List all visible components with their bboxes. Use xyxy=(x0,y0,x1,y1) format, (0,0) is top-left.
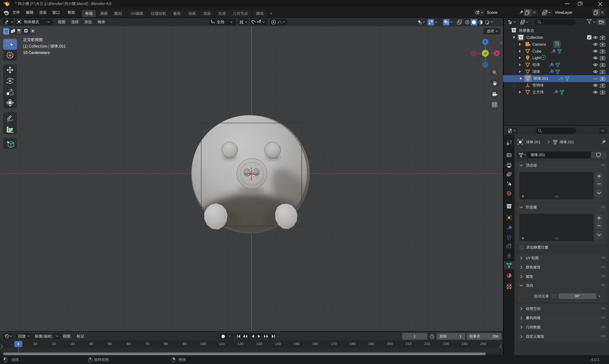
svg-text:Collection: Collection xyxy=(526,36,543,39)
svg-text:1: 1 xyxy=(17,342,20,346)
svg-text:110: 110 xyxy=(219,342,225,346)
svg-text:30: 30 xyxy=(71,342,75,346)
svg-text:Light: Light xyxy=(532,56,541,60)
svg-text:180: 180 xyxy=(350,342,355,346)
svg-text:170: 170 xyxy=(331,342,337,346)
svg-text:140: 140 xyxy=(275,342,281,346)
svg-text:90: 90 xyxy=(182,342,186,346)
svg-text:50: 50 xyxy=(108,342,112,346)
svg-text:Z: Z xyxy=(484,40,486,44)
svg-text:10 Centimeters: 10 Centimeters xyxy=(23,51,50,55)
svg-text:20: 20 xyxy=(52,342,56,346)
svg-text:150: 150 xyxy=(294,342,299,346)
svg-text:Cube: Cube xyxy=(532,49,542,53)
svg-text:190: 190 xyxy=(368,342,374,346)
svg-text:240: 240 xyxy=(462,342,467,346)
svg-text:160: 160 xyxy=(312,342,318,346)
svg-text:120: 120 xyxy=(238,342,244,346)
svg-text:1: 1 xyxy=(460,334,462,338)
svg-text:Scene: Scene xyxy=(487,11,497,14)
svg-text:70: 70 xyxy=(145,342,149,346)
svg-text:250: 250 xyxy=(480,342,486,346)
svg-text:1: 1 xyxy=(414,334,416,338)
svg-text:100: 100 xyxy=(200,342,206,346)
svg-text:4.0.1: 4.0.1 xyxy=(591,358,599,362)
svg-text:220: 220 xyxy=(424,342,430,346)
svg-text:250: 250 xyxy=(492,334,498,338)
svg-text:Camera: Camera xyxy=(532,42,546,46)
svg-text:40: 40 xyxy=(89,342,93,346)
svg-text:230: 230 xyxy=(443,342,449,346)
svg-text:60: 60 xyxy=(127,342,130,346)
svg-text:210: 210 xyxy=(406,342,412,346)
svg-text:200: 200 xyxy=(387,342,393,346)
svg-text:-Y: -Y xyxy=(484,52,487,55)
svg-text:80: 80 xyxy=(164,342,168,346)
svg-text:X: X xyxy=(496,52,498,55)
svg-text:30°: 30° xyxy=(575,294,580,298)
svg-text:10: 10 xyxy=(33,342,37,346)
svg-text:ViewLayer: ViewLayer xyxy=(555,11,573,14)
svg-text:130: 130 xyxy=(256,342,262,346)
svg-text:+: + xyxy=(270,11,272,16)
